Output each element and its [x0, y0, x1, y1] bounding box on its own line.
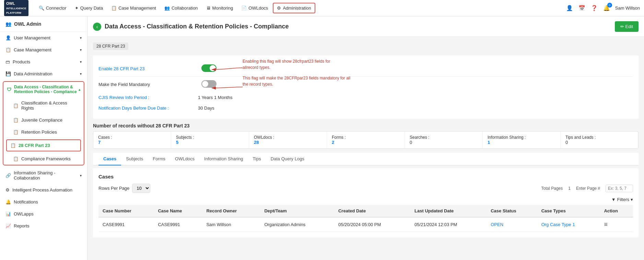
sidebar-user-mgmt-label: User Management	[14, 35, 50, 40]
info-sharing-num-label: Information Sharing :	[488, 135, 555, 140]
sidebar-data-admin-label: Data Administration	[14, 71, 52, 76]
number-forms: Forms : 2	[327, 132, 405, 148]
cell-case-types: Org Case Type 1	[537, 217, 600, 232]
compliance-label: Compliance Frameworks	[21, 156, 71, 161]
subjects-value[interactable]: 5	[176, 140, 244, 145]
sidebar-item-data-access[interactable]: 🛡 Data Access - Classification &Retentio…	[3, 82, 84, 97]
help-icon[interactable]: ❓	[590, 4, 598, 12]
user-name[interactable]: Sam Willson	[615, 5, 640, 11]
calendar-icon[interactable]: 📅	[578, 4, 586, 12]
info-sharing-icon: 🔗	[5, 173, 11, 178]
tab-forms[interactable]: Forms	[148, 153, 170, 165]
tab-tips[interactable]: Tips	[248, 153, 266, 165]
filter-icon: ▼	[611, 197, 616, 202]
col-created-date: Created Date	[334, 205, 410, 217]
cell-dept-team: Organization Admins	[260, 217, 334, 232]
rows-per-page-label: Rows Per Page	[98, 186, 129, 191]
edit-button[interactable]: ✏ Edit	[615, 21, 639, 32]
number-owldocs: OWLdocs : 28	[249, 132, 327, 148]
tab-subjects[interactable]: Subjects	[121, 153, 148, 165]
cell-action[interactable]: ≡	[600, 217, 633, 232]
cell-case-number: CASE9991	[98, 217, 154, 232]
filters-button[interactable]: ▼ Filters ▾	[611, 197, 633, 202]
sidebar-item-juvenile[interactable]: 📋 Juvenile Compliance	[3, 114, 84, 126]
sidebar-item-owlapps[interactable]: 📊 OWLapps	[0, 208, 87, 220]
cell-case-name: CASE9991	[154, 217, 202, 232]
tab-owldocs[interactable]: OWLdocs	[170, 153, 199, 165]
nav-case-mgmt-label: Case Management	[118, 5, 156, 11]
cases-value[interactable]: 7	[98, 140, 166, 145]
sidebar-item-reports[interactable]: 📈 Reports	[0, 220, 87, 232]
nav-owldocs[interactable]: 📄 OWLdocs	[238, 3, 271, 13]
sidebar-item-case-management[interactable]: 📋 Case Management ▾	[0, 44, 87, 56]
notifications-icon: 🔔	[5, 199, 11, 205]
sidebar-case-mgmt-label: Case Management	[14, 47, 51, 52]
sidebar-item-products[interactable]: 🗃 Products ▾	[0, 56, 87, 68]
connector-icon: 🔍	[39, 5, 44, 11]
page-number-input[interactable]	[606, 185, 633, 192]
number-tips: Tips and Leads : 0	[561, 132, 638, 148]
user-mgmt-icon: 👤	[5, 35, 11, 40]
table-controls: Rows Per Page 10 25 50 Total Pages 1 Ent…	[98, 184, 633, 193]
back-button[interactable]: ‹	[93, 23, 101, 31]
sidebar-item-info-sharing[interactable]: 🔗 Information Sharing - Collaboration ▾	[0, 167, 87, 184]
data-admin-icon: 💾	[5, 71, 11, 76]
tab-cases[interactable]: Cases	[98, 153, 121, 165]
cfr-icon: 📋	[10, 143, 16, 148]
total-pages-value: 1	[568, 186, 571, 191]
nav-connector[interactable]: 🔍 Connector	[35, 3, 70, 13]
info-sharing-value[interactable]: 1	[488, 140, 555, 145]
owl-admin-icon: 👥	[5, 21, 11, 27]
pagination-info: Total Pages 1 Enter Page #	[541, 185, 633, 192]
sidebar-item-data-administration[interactable]: 💾 Data Administration ▾	[0, 68, 87, 80]
sidebar-item-user-management[interactable]: 👤 User Management ▾	[0, 32, 87, 44]
reports-icon: 📈	[5, 223, 11, 228]
notification-icon[interactable]: 🔔 0	[603, 4, 610, 12]
notif-row: Notification Days Before Due Date : 30 D…	[98, 103, 633, 113]
rows-per-page-control: Rows Per Page 10 25 50	[98, 184, 150, 193]
owlapps-label: OWLapps	[14, 211, 34, 216]
sidebar-item-notifications[interactable]: 🔔 Notifications	[0, 196, 87, 208]
rows-per-page-select[interactable]: 10 25 50	[132, 184, 150, 193]
juvenile-icon: 📋	[13, 117, 19, 123]
sidebar-item-retention[interactable]: 📋 Retention Policies	[3, 126, 84, 138]
logo: OWLINTELLIGENCEPLATFORM	[4, 0, 28, 16]
tab-data-query-logs[interactable]: Data Query Logs	[266, 153, 309, 165]
cell-case-status: OPEN	[487, 217, 537, 232]
cfr-label: 28 CFR Part 23	[19, 143, 50, 148]
nav-query-data[interactable]: ✦ Query Data	[71, 3, 106, 13]
numbers-grid: Cases : 7 Subjects : 5 OWLdocs : 28 Form…	[93, 131, 639, 149]
nav-administration[interactable]: ⚙ Administration	[273, 3, 315, 13]
enable-cfr-label: Enable 28 CFR Part 23	[98, 66, 174, 71]
info-sharing-label: Information Sharing - Collaboration	[14, 170, 80, 181]
cjis-label: CJIS Review Info Period :	[98, 95, 184, 100]
sidebar-item-ipa[interactable]: ⚙ Intelligent Process Automation	[0, 184, 87, 196]
enable-cfr-row: Enable 28 CFR Part 23 Enabling this flag…	[98, 61, 633, 77]
page-title: Data Access - Classification & Retention…	[105, 23, 611, 30]
sidebar-item-classification[interactable]: 📋 Classification & Access Rights	[3, 97, 84, 114]
chevron-down-icon: ▾	[80, 36, 82, 40]
admin-icon: ⚙	[277, 5, 281, 11]
sidebar-header: 👥 OWL Admin	[0, 16, 87, 32]
nav-monitoring[interactable]: 🖥 Monitoring	[203, 3, 237, 13]
nav-collaboration[interactable]: 👥 Collaboration	[161, 3, 201, 13]
enter-page-label: Enter Page #	[576, 186, 600, 191]
tips-value: 0	[565, 140, 633, 145]
cjis-value: 1 Years 1 Months	[198, 95, 232, 100]
sidebar-item-compliance-frameworks[interactable]: 📋 Compliance Frameworks	[3, 153, 84, 165]
filters-label: Filters	[617, 197, 629, 202]
col-dept-team: Dept/Team	[260, 205, 334, 217]
cfr-box: 📋 28 CFR Part 23	[6, 139, 81, 151]
data-table: Case Number Case Name Record Owner Dept/…	[98, 205, 633, 232]
nav-case-management[interactable]: 📋 Case Management	[108, 3, 160, 13]
forms-value[interactable]: 2	[332, 140, 400, 145]
user-icon[interactable]: 👤	[566, 4, 573, 12]
owldocs-value[interactable]: 28	[254, 140, 322, 145]
mandatory-label: Make the Field Mandatory	[98, 82, 174, 87]
tab-info-sharing[interactable]: Information Sharing	[199, 153, 248, 165]
searches-value: 0	[410, 140, 478, 145]
chevron-up-icon: ▴	[79, 88, 80, 91]
sidebar-item-28cfr[interactable]: 📋 28 CFR Part 23	[7, 140, 80, 151]
monitoring-icon: 🖥	[206, 5, 211, 11]
number-subjects: Subjects : 5	[171, 132, 249, 148]
